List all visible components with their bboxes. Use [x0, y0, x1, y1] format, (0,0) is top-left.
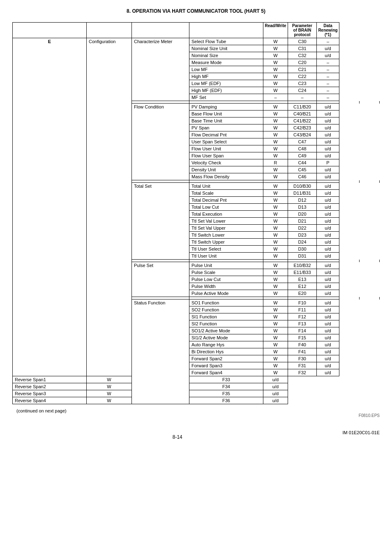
- col-data-cell: u/d: [317, 369, 339, 376]
- col-rw-cell: W: [263, 183, 288, 190]
- col-rw-cell: W: [263, 152, 288, 159]
- col-brain-cell: E13: [288, 276, 317, 283]
- col-rw-cell: W: [263, 211, 288, 218]
- col-rw-cell: W: [263, 87, 288, 94]
- col-param-cell: Pulse Scale: [189, 269, 263, 276]
- col-rw-cell: W: [87, 390, 132, 397]
- col-param-cell: Low MF (EDF): [189, 80, 263, 87]
- col-rw-cell: W: [263, 45, 288, 52]
- col-param-cell: Mass Flow Density: [189, 173, 263, 180]
- col-param-cell: Pulse Width: [189, 283, 263, 290]
- col-brain-cell: F13: [288, 320, 317, 327]
- col-param-cell: SO1 Function: [189, 299, 263, 306]
- col-data-cell: u/d: [317, 145, 339, 152]
- col-rw-cell: W: [263, 66, 288, 73]
- col-rw-cell: W: [263, 269, 288, 276]
- col-param-cell: SI2 Function: [189, 320, 263, 327]
- col-param-cell: Flow User Span: [189, 152, 263, 159]
- table-row: EConfigurationCharacterize MeterSelect F…: [13, 38, 380, 45]
- col-brain-cell: D13: [288, 204, 317, 211]
- col-data-cell: u/d: [317, 276, 339, 283]
- col-data-cell: u/d: [317, 152, 339, 159]
- col-brain-cell: D10/B30: [288, 183, 317, 190]
- col-rw-cell: W: [263, 197, 288, 204]
- col-brain-cell: C11/B20: [288, 104, 317, 111]
- col-item-cell: Characterize Meter: [132, 38, 189, 101]
- col-data-cell: P: [317, 159, 339, 166]
- col-param-cell: PV Span: [189, 124, 263, 131]
- col-data-cell: u/d: [263, 397, 288, 404]
- col-data-cell: u/d: [263, 390, 288, 397]
- col-param-cell: Forward Span2: [189, 355, 263, 362]
- col-item-cell: Flow Condition: [132, 104, 189, 180]
- col-param-cell: High MF: [189, 73, 263, 80]
- col-param-cell: Ttl Switch Upper: [189, 239, 263, 246]
- col-brain-cell: F31: [288, 362, 317, 369]
- page-header: 8. OPERATION VIA HART COMMUNICATOR TOOL …: [12, 8, 380, 16]
- col-brain-cell: D31: [288, 253, 317, 260]
- col-param-header: [189, 23, 263, 38]
- col-rw-cell: W: [263, 145, 288, 152]
- col-param-cell: Density Unit: [189, 166, 263, 173]
- col-rw-cell: W: [263, 173, 288, 180]
- col-data-cell: u/d: [317, 253, 339, 260]
- col-brain-cell: D20: [288, 211, 317, 218]
- col-rw-cell: W: [263, 253, 288, 260]
- col-brain-cell: C49: [288, 152, 317, 159]
- table-row: Reverse Span1WF33u/d: [13, 376, 380, 383]
- col-brain-cell: C48: [288, 145, 317, 152]
- col-param-cell: Total Low Cut: [189, 204, 263, 211]
- col-config-header: [87, 23, 132, 38]
- col-rw-cell: W: [263, 334, 288, 341]
- col-param-cell: Auto Range Hys: [189, 341, 263, 348]
- col-param-cell: Forward Span4: [189, 369, 263, 376]
- col-param-cell: Total Unit: [189, 183, 263, 190]
- col-rw-cell: W: [263, 348, 288, 355]
- table-row: Reverse Span2WF34u/d: [13, 383, 380, 390]
- col-rw-cell: W: [263, 327, 288, 334]
- col-brain-cell: C31: [288, 45, 317, 52]
- col-param-cell: Measure Mode: [189, 59, 263, 66]
- col-data-cell: –: [317, 66, 339, 73]
- col-brain-cell: C22: [288, 73, 317, 80]
- col-data-cell: u/d: [317, 117, 339, 124]
- col-brain-cell: F32: [288, 369, 317, 376]
- col-rw-header: Read/Write: [263, 23, 288, 38]
- col-data-cell: u/d: [317, 131, 339, 138]
- col-item-header: [132, 23, 189, 38]
- table-row: Reverse Span4WF36u/d: [13, 397, 380, 404]
- col-rw-cell: W: [263, 362, 288, 369]
- col-rw-cell: W: [263, 204, 288, 211]
- col-data-cell: u/d: [317, 124, 339, 131]
- col-brain-cell: C23: [288, 80, 317, 87]
- col-data-cell: –: [317, 94, 339, 101]
- col-data-cell: u/d: [317, 341, 339, 348]
- col-param-cell: Select Flow Tube: [189, 38, 263, 45]
- col-brain-cell: D22: [288, 225, 317, 232]
- col-data-cell: u/d: [317, 225, 339, 232]
- col-data-cell: u/d: [317, 183, 339, 190]
- col-data-cell: u/d: [317, 290, 339, 297]
- col-param-cell: Ttl Set Val Lower: [189, 218, 263, 225]
- col-param-cell: Base Time Unit: [189, 117, 263, 124]
- col-rw-cell: W: [263, 218, 288, 225]
- col-brain-cell: D12: [288, 197, 317, 204]
- col-rw-cell: W: [263, 111, 288, 117]
- col-rw-cell: W: [263, 104, 288, 111]
- col-rw-cell: W: [263, 306, 288, 313]
- col-rw-cell: W: [263, 80, 288, 87]
- col-e-cell: E: [13, 38, 87, 376]
- col-data-cell: u/d: [317, 190, 339, 197]
- col-rw-cell: W: [263, 341, 288, 348]
- col-item-cell: Status Function: [132, 299, 189, 404]
- col-param-cell: High MF (EDF): [189, 87, 263, 94]
- col-param-cell: Bi Direction Hys: [189, 348, 263, 355]
- col-data-cell: –: [317, 87, 339, 94]
- col-brain-cell: D24: [288, 239, 317, 246]
- col-param-cell: Flow User Unit: [189, 145, 263, 152]
- col-rw-cell: W: [263, 166, 288, 173]
- col-param-cell: Total Execution: [189, 211, 263, 218]
- col-data-cell: u/d: [317, 334, 339, 341]
- col-data-cell: u/d: [317, 239, 339, 246]
- col-rw-cell: W: [263, 190, 288, 197]
